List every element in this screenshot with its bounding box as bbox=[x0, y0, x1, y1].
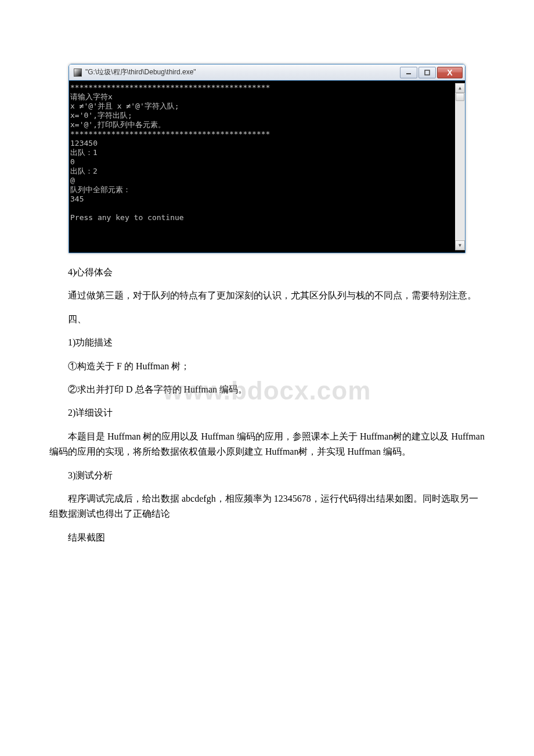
minimize-button[interactable] bbox=[400, 67, 417, 78]
paragraph: 4)心得体会 bbox=[49, 265, 485, 280]
paragraph: 结果截图 bbox=[49, 530, 485, 545]
paragraph-text: 通过做第三题，对于队列的特点有了更加深刻的认识，尤其区分队列与栈的不同点，需要特… bbox=[68, 290, 477, 300]
paragraph: 四、 bbox=[49, 312, 485, 327]
scroll-up-arrow-icon[interactable]: ▲ bbox=[455, 83, 465, 93]
document-body: 4)心得体会 通过做第三题，对于队列的特点有了更加深刻的认识，尤其区分队列与栈的… bbox=[49, 265, 485, 545]
scroll-thumb[interactable] bbox=[456, 93, 464, 101]
paragraph: 程序调试完成后，给出数据 abcdefgh，相应频率为 12345678，运行代… bbox=[49, 491, 485, 522]
window-titlebar: "G:\垃圾\程序\third\Debug\third.exe" X bbox=[69, 64, 465, 81]
minimize-icon bbox=[406, 70, 412, 75]
window-title: "G:\垃圾\程序\third\Debug\third.exe" bbox=[85, 67, 399, 77]
paragraph-text: 程序调试完成后，给出数据 abcdefgh，相应频率为 12345678，运行代… bbox=[49, 494, 478, 519]
maximize-button[interactable] bbox=[418, 67, 436, 78]
window-controls: X bbox=[399, 67, 463, 78]
vertical-scrollbar[interactable]: ▲ ▼ bbox=[455, 83, 465, 250]
console-output: ****************************************… bbox=[69, 83, 455, 250]
console-body: ****************************************… bbox=[69, 81, 465, 253]
paragraph: 通过做第三题，对于队列的特点有了更加深刻的认识，尤其区分队列与栈的不同点，需要特… bbox=[49, 288, 485, 303]
maximize-icon bbox=[424, 70, 430, 75]
paragraph: 3)测试分析 bbox=[49, 468, 485, 483]
paragraph: 1)功能描述 bbox=[49, 335, 485, 350]
close-button[interactable]: X bbox=[437, 67, 463, 78]
paragraph: 2)详细设计 bbox=[49, 405, 485, 420]
svg-rect-0 bbox=[406, 73, 411, 74]
scroll-down-arrow-icon[interactable]: ▼ bbox=[455, 240, 465, 250]
console-window: "G:\垃圾\程序\third\Debug\third.exe" X *****… bbox=[68, 64, 466, 253]
paragraph: 本题目是 Huffman 树的应用以及 Huffman 编码的应用，参照课本上关… bbox=[49, 429, 485, 460]
svg-rect-1 bbox=[425, 70, 430, 75]
paragraph-text: 本题目是 Huffman 树的应用以及 Huffman 编码的应用，参照课本上关… bbox=[49, 431, 485, 456]
console-app-icon bbox=[74, 69, 82, 77]
paragraph: ①构造关于 F 的 Huffman 树； bbox=[49, 359, 485, 374]
paragraph: ②求出并打印 D 总各字符的 Huffman 编码。 bbox=[49, 382, 485, 397]
scroll-track[interactable] bbox=[455, 93, 465, 240]
